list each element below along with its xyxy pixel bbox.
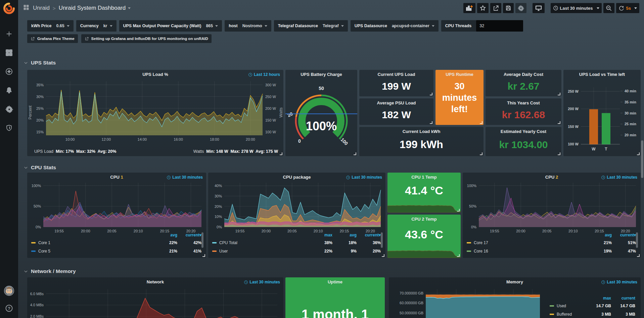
breadcrumb-caret-icon[interactable] [128, 7, 131, 9]
legend-scrollbar-thumb[interactable] [381, 232, 383, 248]
panel-title[interactable]: Current UPS Load [359, 72, 433, 77]
zoom-out-button[interactable] [603, 3, 614, 13]
series-color-swatch[interactable] [550, 305, 554, 307]
help-icon[interactable]: ? [4, 303, 14, 313]
variable-kwh-price[interactable]: kWh Price0.65 [27, 20, 74, 32]
panel-title[interactable]: CPU 2 Temp [387, 217, 461, 222]
legend-column-avg[interactable]: avg [332, 233, 357, 237]
legend-row: Buffered3 MB3 MB [550, 310, 635, 318]
svg-text:100 W: 100 W [568, 142, 579, 146]
series-color-swatch[interactable] [467, 242, 471, 243]
panel-timerange[interactable]: Last 30 minutes [244, 280, 280, 284]
breadcrumb-page[interactable]: Unraid System Dashboard [59, 5, 126, 11]
create-icon[interactable] [4, 29, 14, 39]
series-name[interactable]: Core 16 [474, 249, 588, 254]
variable-label: CPU Threads [445, 24, 472, 28]
legend-scrollbar-thumb[interactable] [636, 232, 638, 248]
panel-timerange[interactable]: Last 30 minutes [601, 175, 637, 180]
svg-text:30 min: 30 min [625, 111, 636, 115]
series-name[interactable]: User [219, 249, 308, 254]
refresh-button[interactable]: 5s [616, 3, 639, 13]
grafana-logo-icon[interactable] [0, 0, 18, 17]
series-color-swatch[interactable] [31, 251, 36, 252]
save-button[interactable] [503, 3, 514, 13]
legend-column-current[interactable]: current▾ [357, 233, 381, 237]
panel-title[interactable]: Uptime [285, 279, 385, 284]
legend-column-max[interactable]: max [587, 296, 611, 301]
time-range-picker[interactable]: Last 30 minutes [551, 3, 601, 13]
series-color-swatch[interactable] [467, 251, 471, 252]
variable-cpu-threads[interactable]: CPU Threads [441, 20, 523, 32]
breadcrumb-app[interactable]: Unraid [33, 5, 50, 11]
cycle-view-monitor-icon[interactable] [533, 3, 545, 13]
dashboard-link[interactable]: Grafana Plex Theme [27, 34, 78, 43]
dashboard-settings-gear-icon[interactable] [515, 3, 526, 13]
add-panel-button[interactable] [463, 3, 475, 13]
series-name[interactable]: CPU Total [219, 240, 308, 245]
dashboard-grid-icon[interactable] [23, 4, 30, 12]
dashboard-link[interactable]: Setting up Grafana and InfluxDB for UPS … [81, 34, 212, 43]
series-name[interactable]: Core 1 [38, 240, 153, 245]
series-color-swatch[interactable] [212, 242, 217, 243]
legend-scrollbar-thumb[interactable] [201, 232, 203, 248]
series-name[interactable]: Core 5 [38, 249, 153, 254]
panel-title[interactable]: This Years Cost [486, 100, 561, 105]
legend-item[interactable]: UPS LoadMin: 17% Max: 32% Avg: 20% [32, 149, 116, 154]
user-avatar[interactable] [4, 286, 14, 296]
svg-text:60.000000 GB: 60.000000 GB [400, 301, 423, 305]
alerting-bell-icon[interactable] [4, 85, 14, 95]
panel-title[interactable]: UPS Load % [27, 72, 283, 77]
page-scrollbar-thumb[interactable] [641, 140, 643, 178]
panel-timerange[interactable]: Last 30 minutes [601, 280, 637, 284]
panel-title[interactable]: Estimated Yearly Cost [486, 129, 561, 134]
svg-text:0%: 0% [36, 225, 41, 229]
external-link-icon [31, 37, 35, 41]
variable-currency[interactable]: Currencykr [76, 20, 117, 32]
svg-text:40%: 40% [215, 184, 222, 188]
star-button[interactable] [477, 3, 489, 13]
stat-value: 199 W [359, 81, 433, 92]
template-variables-row: kWh Price0.65CurrencykrUPS Max Output Po… [27, 20, 632, 32]
panel-title[interactable]: Average PSU Load [359, 100, 433, 105]
dashboards-icon[interactable] [4, 48, 14, 58]
series-color-swatch[interactable] [550, 314, 554, 315]
panel-timerange[interactable]: Last 30 minutes [167, 175, 203, 180]
section-network-memory[interactable]: Network / Memory [24, 268, 76, 274]
legend-column-max[interactable]: max [308, 233, 332, 237]
panel-this-years-cost: This Years Cost kr 162.68 [486, 98, 561, 125]
series-name: Watts [193, 149, 204, 154]
series-name[interactable]: Buffered [557, 312, 587, 317]
series-stat-value: 51% [612, 240, 636, 245]
section-ups-stats[interactable]: UPS Stats [24, 60, 56, 66]
section-cpu-stats[interactable]: CPU Stats [24, 165, 56, 171]
variable-ups-max-output-power-capacity-watt-[interactable]: UPS Max Output Power Capacity (Watt)865 [119, 20, 222, 32]
panel-timerange[interactable]: Last 12 hours [248, 72, 280, 77]
variable-input[interactable] [476, 20, 523, 32]
series-name[interactable]: Used [557, 304, 587, 308]
panel-title[interactable]: UPS Runtime [435, 72, 484, 77]
series-color-swatch[interactable] [31, 242, 36, 243]
legend-column-current[interactable]: current▾ [177, 233, 201, 237]
variable-ups-datasource[interactable]: UPS Datasourceapcupsd-container [351, 20, 439, 32]
panel-title[interactable]: Current Load kWh [359, 129, 484, 134]
explore-icon[interactable] [4, 66, 14, 77]
legend-column-current[interactable]: current▾ [612, 233, 636, 237]
panel-title[interactable]: UPS Load vs Time left [563, 72, 641, 77]
variable-host[interactable]: hostNostromo [225, 20, 271, 32]
server-admin-shield-icon[interactable] [4, 123, 14, 133]
panel-timerange[interactable]: Last 30 minutes [346, 175, 382, 180]
legend-item[interactable]: WattsMin: 148 W Max: 278 W Avg: 175 W [191, 149, 278, 154]
panel-title[interactable]: UPS Battery Charge [285, 72, 357, 77]
share-button[interactable] [490, 3, 501, 13]
panel-title[interactable]: Average Daily Cost [486, 72, 561, 77]
legend-column-avg[interactable]: avg [153, 233, 177, 237]
legend-column-current[interactable]: current [611, 296, 635, 301]
svg-text:12:00: 12:00 [102, 137, 111, 141]
legend-column-avg[interactable]: avg [588, 233, 612, 237]
configuration-gear-icon[interactable] [4, 104, 14, 114]
variable-telegraf-datasource[interactable]: Telegraf DatasourceTelegraf [274, 20, 348, 32]
svg-text:15%: 15% [36, 130, 44, 134]
panel-title[interactable]: CPU 1 Temp [387, 175, 461, 180]
series-color-swatch[interactable] [212, 251, 217, 252]
series-name[interactable]: Core 17 [474, 240, 588, 245]
